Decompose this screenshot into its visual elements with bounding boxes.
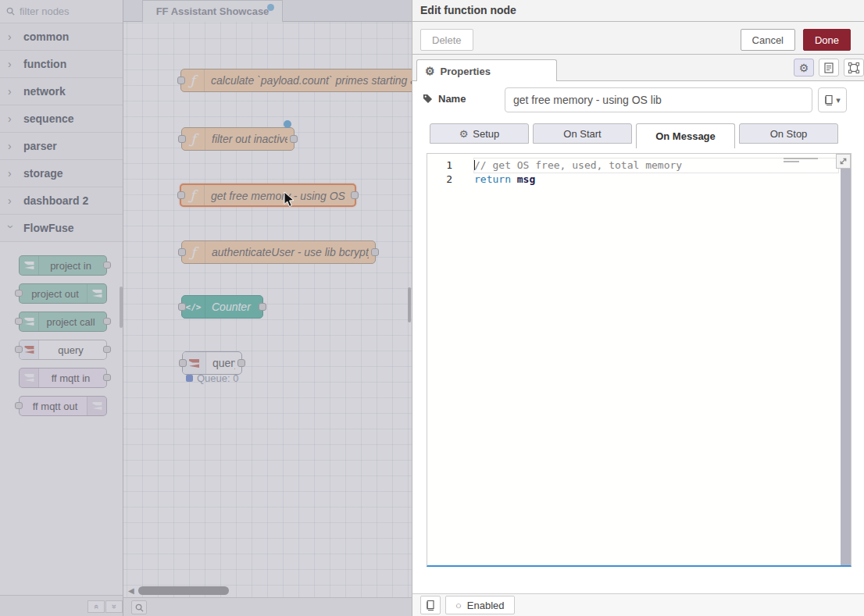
gear-icon: ⚙	[459, 129, 469, 139]
tab-setup[interactable]: ⚙ Setup	[430, 123, 529, 144]
dialog-tab-row: ⚙ Properties ⚙	[412, 55, 864, 81]
workspace: › common › function › network › sequence…	[0, 0, 412, 616]
cancel-button[interactable]: Cancel	[741, 29, 795, 51]
node-counter[interactable]: </> Counter	[181, 295, 263, 319]
palette-node-query[interactable]: query	[19, 340, 107, 360]
palette-node-ff-mqtt-out[interactable]: ff mqtt out	[19, 396, 107, 416]
status-dot-icon	[186, 375, 193, 382]
search-flows-button[interactable]	[131, 600, 147, 614]
canvas-horizontal-scrollbar[interactable]: ◀	[123, 586, 412, 596]
description-view-button[interactable]	[819, 59, 839, 77]
category-label: network	[23, 85, 66, 98]
node-label: authenticateUser - use lib bcryptjs	[212, 241, 369, 263]
palette-category-function[interactable]: › function	[0, 51, 123, 78]
node-filter-out-inactive[interactable]: ƒ filter out inactive	[181, 127, 295, 151]
node-query[interactable]: query	[182, 351, 242, 375]
input-port	[177, 77, 185, 84]
library-dropdown-button[interactable]: ▾	[818, 87, 847, 112]
enabled-toggle-button[interactable]: ○ Enabled	[445, 596, 515, 614]
workspace-tabbar: FF Assistant Showcase	[123, 0, 412, 22]
output-port	[290, 135, 298, 143]
tab-on-message[interactable]: On Message	[636, 123, 735, 148]
library-button[interactable]	[420, 596, 441, 614]
node-calculate-primes[interactable]: ƒ calculate `payload.count` primes start…	[180, 69, 412, 92]
palette-category-common[interactable]: › common	[0, 23, 123, 51]
flow-canvas[interactable]: FF Assistant Showcase ƒ calculate `paylo…	[123, 0, 412, 616]
scroll-left-icon[interactable]: ◀	[128, 586, 134, 595]
enabled-label: Enabled	[467, 600, 505, 611]
input-port	[178, 248, 186, 256]
tab-label: On Stop	[770, 128, 808, 140]
category-label: parser	[23, 140, 57, 152]
canvas-vertical-scrollbar[interactable]	[408, 287, 411, 322]
name-input[interactable]	[505, 87, 812, 112]
chevron-right-icon: ›	[8, 140, 14, 152]
node-authenticate-user[interactable]: ƒ authenticateUser - use lib bcryptjs	[181, 240, 376, 264]
palette-node-ff-mqtt-in[interactable]: ff mqtt in	[19, 368, 107, 388]
palette-category-network[interactable]: › network	[0, 78, 123, 105]
toggle-circle-icon: ○	[455, 600, 462, 611]
tab-label: Setup	[473, 128, 499, 140]
node-appearance-icon	[848, 62, 859, 73]
palette-node-project-out[interactable]: project out	[19, 283, 107, 304]
name-row: Name ▾	[412, 87, 864, 112]
tab-on-start[interactable]: On Start	[533, 123, 632, 144]
properties-view-button[interactable]: ⚙	[794, 59, 814, 77]
palette-node-project-call[interactable]: project call	[19, 312, 107, 332]
palette-scrollbar[interactable]	[120, 287, 123, 328]
mouse-cursor	[284, 191, 295, 208]
palette: › common › function › network › sequence…	[0, 0, 123, 616]
palette-category-flowfuse[interactable]: › FlowFuse	[0, 215, 123, 242]
palette-flowfuse-nodes: project in project out project call	[0, 242, 123, 433]
node-label: query	[212, 352, 235, 374]
output-port	[237, 359, 245, 367]
appearance-view-button[interactable]	[844, 59, 864, 77]
status-text: Queue: 0	[197, 372, 239, 384]
palette-category-parser[interactable]: › parser	[0, 133, 123, 160]
chevron-right-icon: ›	[8, 58, 14, 70]
filter-nodes-input[interactable]	[20, 5, 105, 17]
document-icon	[824, 62, 834, 73]
delete-button[interactable]: Delete	[420, 29, 473, 51]
node-get-free-memory[interactable]: ƒ get free memory - using OS lib	[180, 183, 356, 207]
flow-tab[interactable]: FF Assistant Showcase	[142, 0, 283, 22]
palette-expand-all-button[interactable]: «	[105, 600, 123, 613]
code-editor[interactable]: 1 // get OS free, used, total memory 2 r…	[427, 153, 852, 567]
tab-label: On Start	[563, 128, 601, 140]
node-status: Queue: 0	[186, 372, 239, 384]
palette-category-sequence[interactable]: › sequence	[0, 105, 123, 133]
palette-node-label: project call	[20, 312, 106, 331]
node-label: calculate `payload.count` primes startin…	[211, 69, 412, 91]
editor-minimap	[784, 158, 821, 169]
palette-collapse-all-button[interactable]: «	[87, 600, 105, 613]
palette-category-dashboard2[interactable]: › dashboard 2	[0, 187, 123, 215]
palette-node-label: project out	[20, 284, 106, 303]
tag-icon	[423, 94, 433, 104]
output-port	[371, 248, 379, 256]
category-label: common	[23, 30, 69, 43]
chevron-right-icon: ›	[8, 30, 14, 43]
palette-node-project-in[interactable]: project in	[19, 255, 107, 276]
category-label: storage	[23, 167, 63, 180]
tab-properties[interactable]: ⚙ Properties	[416, 59, 557, 82]
node-label: get free memory - using OS lib	[211, 185, 348, 207]
input-port	[15, 318, 23, 325]
node-label: filter out inactive	[212, 128, 287, 150]
caret-down-icon: ▾	[836, 95, 841, 105]
book-icon	[426, 600, 435, 611]
editor-scrollbar[interactable]	[841, 154, 851, 565]
unsaved-changes-dot	[267, 4, 274, 11]
done-button[interactable]: Done	[803, 29, 851, 51]
palette-search[interactable]	[0, 0, 123, 23]
input-port	[177, 191, 185, 199]
output-port	[103, 374, 111, 381]
scrollbar-thumb[interactable]	[138, 586, 229, 595]
output-port	[103, 262, 111, 269]
palette-category-storage[interactable]: › storage	[0, 160, 123, 187]
gear-icon: ⚙	[799, 62, 809, 73]
tab-on-stop[interactable]: On Stop	[739, 123, 838, 144]
dialog-footer: ○ Enabled	[412, 593, 864, 616]
expand-editor-button[interactable]	[836, 154, 851, 169]
category-label: FlowFuse	[23, 222, 74, 234]
expand-icon	[839, 157, 848, 166]
